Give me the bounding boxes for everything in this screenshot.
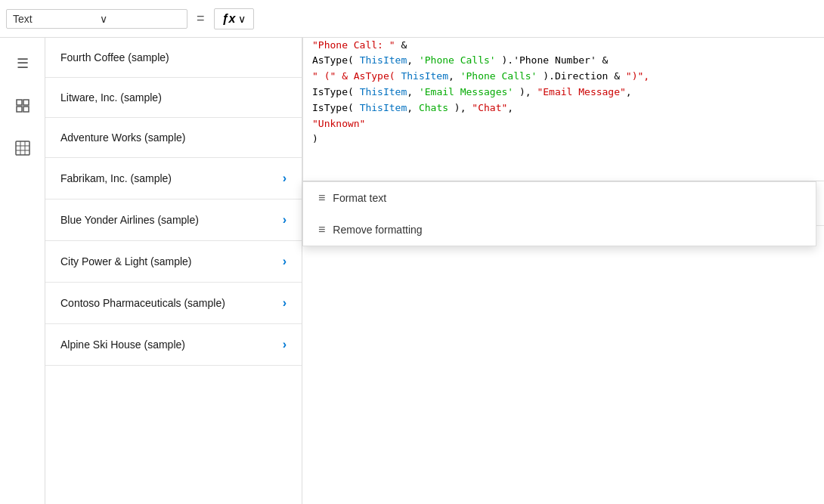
chevron-right-icon: › (283, 296, 287, 310)
left-list-panel: Fourth Coffee (sample) Litware, Inc. (sa… (45, 38, 302, 504)
list-label: Contoso Pharmaceuticals (sample) (60, 297, 225, 309)
remove-formatting-icon: ≡ (318, 223, 325, 237)
svg-rect-3 (23, 107, 29, 112)
chevron-right-icon: › (283, 213, 287, 227)
fx-arrow-icon: ∨ (238, 13, 246, 25)
list-item-no-arrow-3[interactable]: Adventure Works (sample) (45, 118, 302, 158)
format-text-label: Format text (333, 192, 386, 204)
hamburger-icon[interactable]: ☰ (9, 50, 36, 77)
layers-icon[interactable] (9, 92, 36, 119)
grid-icon[interactable] (9, 135, 36, 162)
list-label: Alpine Ski House (sample) (60, 339, 185, 351)
fx-button[interactable]: ƒx ∨ (214, 8, 255, 29)
list-label: Blue Yonder Airlines (sample) (60, 214, 199, 226)
list-item-4[interactable]: Contoso Pharmaceuticals (sample) › (45, 283, 302, 324)
dropdown-arrow-icon: ∨ (100, 13, 181, 25)
list-label: Fourth Coffee (sample) (60, 51, 169, 63)
dropdown-value: Text (13, 13, 94, 25)
equals-sign: = (194, 11, 208, 26)
field-dropdown[interactable]: Text ∨ (6, 9, 187, 29)
chevron-right-icon: › (283, 338, 287, 351)
svg-rect-1 (23, 100, 29, 105)
list-item-3[interactable]: City Power & Light (sample) › (45, 241, 302, 283)
list-item-2[interactable]: Blue Yonder Airlines (sample) › (45, 199, 302, 241)
remove-formatting-label: Remove formatting (333, 224, 422, 236)
top-bar: Text ∨ = ƒx ∨ (0, 0, 824, 38)
list-label: City Power & Light (sample) (60, 255, 192, 267)
list-label: Adventure Works (sample) (60, 131, 185, 144)
format-dropdown-menu: ≡ Format text ≡ Remove formatting (302, 181, 816, 246)
list-item-5[interactable]: Alpine Ski House (sample) › (45, 324, 302, 366)
list-item-no-arrow-2[interactable]: Litware, Inc. (sample) (45, 78, 302, 118)
svg-rect-0 (17, 100, 22, 105)
svg-rect-4 (16, 141, 29, 155)
list-label: Litware, Inc. (sample) (60, 91, 162, 104)
remove-formatting-item[interactable]: ≡ Remove formatting (303, 214, 816, 246)
format-text-icon: ≡ (318, 191, 325, 205)
sidebar: ☰ (0, 38, 45, 504)
format-text-item[interactable]: ≡ Format text (303, 182, 816, 214)
fx-icon: ƒx (222, 12, 236, 26)
list-item-1[interactable]: Fabrikam, Inc. (sample) › (45, 158, 302, 199)
chevron-right-icon: › (283, 255, 287, 268)
svg-rect-2 (17, 107, 22, 112)
list-label: Fabrikam, Inc. (sample) (60, 172, 172, 184)
list-item-no-arrow-1[interactable]: Fourth Coffee (sample) (45, 38, 302, 78)
chevron-right-icon: › (283, 172, 287, 185)
